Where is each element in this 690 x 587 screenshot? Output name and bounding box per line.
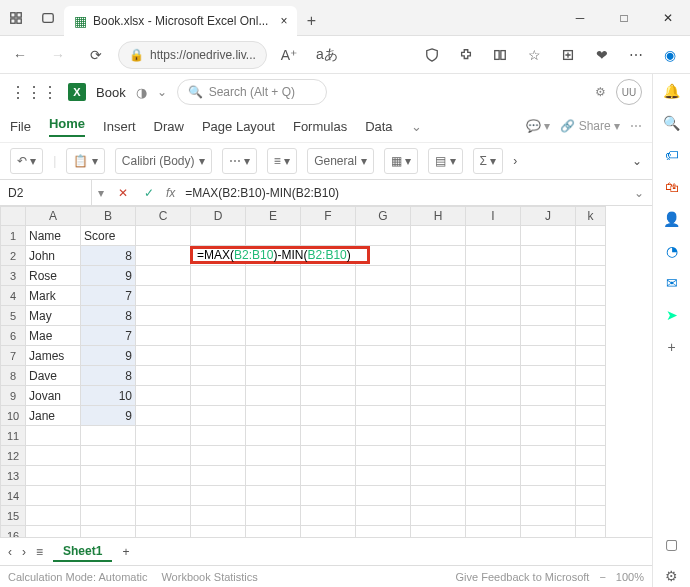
- cell[interactable]: [246, 346, 301, 366]
- cell[interactable]: [246, 226, 301, 246]
- name-dropdown[interactable]: ▾: [92, 186, 110, 200]
- col-K[interactable]: k: [576, 206, 606, 226]
- cloud-icon[interactable]: ◑: [136, 85, 147, 100]
- cell[interactable]: 8: [81, 306, 136, 326]
- translate-icon[interactable]: aあ: [311, 39, 343, 71]
- row-header[interactable]: 15: [0, 506, 26, 526]
- cancel-icon[interactable]: ✕: [110, 186, 136, 200]
- row-header[interactable]: 6: [0, 326, 26, 346]
- cell[interactable]: [136, 366, 191, 386]
- cell[interactable]: [521, 506, 576, 526]
- maximize-button[interactable]: □: [602, 0, 646, 36]
- new-tab-button[interactable]: +: [297, 7, 325, 35]
- cell[interactable]: [191, 486, 246, 506]
- cell[interactable]: [521, 326, 576, 346]
- cell[interactable]: [136, 266, 191, 286]
- cell[interactable]: 9: [81, 406, 136, 426]
- cell[interactable]: [411, 526, 466, 537]
- cell[interactable]: [466, 526, 521, 537]
- cell[interactable]: [411, 506, 466, 526]
- cell[interactable]: [246, 446, 301, 466]
- cell[interactable]: [411, 326, 466, 346]
- cell[interactable]: [301, 486, 356, 506]
- row-header[interactable]: 10: [0, 406, 26, 426]
- cell[interactable]: [411, 366, 466, 386]
- cell[interactable]: Mae: [26, 326, 81, 346]
- font-select[interactable]: Calibri (Body) ▾: [115, 148, 212, 174]
- tab-file[interactable]: File: [10, 119, 31, 134]
- cell[interactable]: [576, 526, 606, 537]
- styles[interactable]: ▦ ▾: [384, 148, 418, 174]
- cell[interactable]: [301, 426, 356, 446]
- minimize-button[interactable]: ─: [558, 0, 602, 36]
- all-sheets-icon[interactable]: ≡: [36, 545, 43, 559]
- book-name[interactable]: Book: [96, 85, 126, 100]
- cell[interactable]: [356, 506, 411, 526]
- name-box[interactable]: D2: [0, 180, 92, 205]
- cell[interactable]: [466, 366, 521, 386]
- col-H[interactable]: H: [411, 206, 466, 226]
- cell[interactable]: [411, 406, 466, 426]
- sidebar-icon[interactable]: ▢: [661, 533, 683, 555]
- shopping-icon[interactable]: 🛍: [661, 176, 683, 198]
- cell[interactable]: [191, 346, 246, 366]
- cell[interactable]: [136, 386, 191, 406]
- cell[interactable]: [191, 426, 246, 446]
- feedback[interactable]: Give Feedback to Microsoft: [456, 571, 590, 583]
- cell[interactable]: [411, 306, 466, 326]
- tab-page-layout[interactable]: Page Layout: [202, 119, 275, 134]
- refresh-button[interactable]: ⟳: [80, 39, 112, 71]
- cell[interactable]: [356, 486, 411, 506]
- workspaces-icon[interactable]: [32, 0, 64, 36]
- cell[interactable]: [466, 326, 521, 346]
- cell[interactable]: Dave: [26, 366, 81, 386]
- col-G[interactable]: G: [356, 206, 411, 226]
- number-format[interactable]: General ▾: [307, 148, 374, 174]
- cell[interactable]: [576, 346, 606, 366]
- cell[interactable]: 9: [81, 266, 136, 286]
- cell[interactable]: [81, 466, 136, 486]
- cell[interactable]: [576, 506, 606, 526]
- more-button[interactable]: ⋯: [630, 119, 642, 133]
- cell[interactable]: [521, 526, 576, 537]
- row-header[interactable]: 8: [0, 366, 26, 386]
- cell[interactable]: [81, 486, 136, 506]
- enter-icon[interactable]: ✓: [136, 186, 162, 200]
- cell[interactable]: [356, 326, 411, 346]
- expand-formula[interactable]: ⌄: [626, 186, 652, 200]
- cell[interactable]: [191, 306, 246, 326]
- cell[interactable]: [576, 446, 606, 466]
- cell[interactable]: [246, 506, 301, 526]
- cell[interactable]: [136, 446, 191, 466]
- zoom-out[interactable]: −: [599, 571, 605, 583]
- zoom-level[interactable]: 100%: [616, 571, 644, 583]
- tag-icon[interactable]: 🏷: [661, 144, 683, 166]
- cell[interactable]: [521, 306, 576, 326]
- avatar[interactable]: UU: [616, 79, 642, 105]
- align[interactable]: ≡ ▾: [267, 148, 297, 174]
- cell[interactable]: [301, 506, 356, 526]
- cell[interactable]: [356, 266, 411, 286]
- cell[interactable]: [301, 386, 356, 406]
- cell[interactable]: [26, 446, 81, 466]
- cell[interactable]: [191, 526, 246, 537]
- cell[interactable]: May: [26, 306, 81, 326]
- tab-draw[interactable]: Draw: [154, 119, 184, 134]
- cell[interactable]: [356, 286, 411, 306]
- col-D[interactable]: D: [191, 206, 246, 226]
- browser-tab[interactable]: ▦ Book.xlsx - Microsoft Excel Onl... ×: [64, 6, 297, 36]
- cell[interactable]: [191, 406, 246, 426]
- cell[interactable]: [576, 306, 606, 326]
- col-F[interactable]: F: [301, 206, 356, 226]
- cell[interactable]: 7: [81, 286, 136, 306]
- cell[interactable]: [411, 286, 466, 306]
- cell[interactable]: [411, 426, 466, 446]
- next-sheet[interactable]: ›: [22, 545, 26, 559]
- cell[interactable]: [136, 526, 191, 537]
- col-I[interactable]: I: [466, 206, 521, 226]
- cell[interactable]: [521, 266, 576, 286]
- cell[interactable]: [136, 286, 191, 306]
- cell[interactable]: [246, 406, 301, 426]
- row-header[interactable]: 5: [0, 306, 26, 326]
- cell[interactable]: [191, 506, 246, 526]
